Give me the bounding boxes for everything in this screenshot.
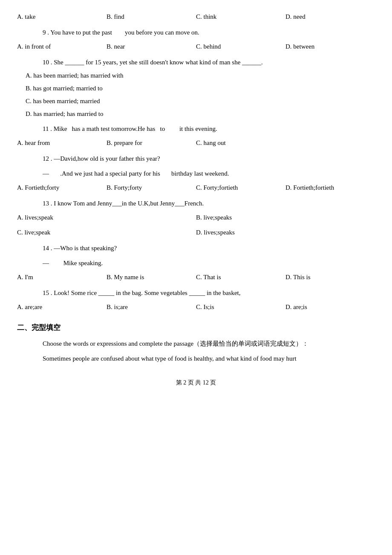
q9-option-c: C. behind [196,40,285,53]
q10-text: 10 . She ______ for 15 years, yet she st… [43,57,375,68]
q9-option-d: D. between [285,40,375,53]
page-number: 第 2 页 共 12 页 [176,379,216,386]
q9-option-b: B. near [107,40,196,53]
q13-option-d: D. lives;speaks [196,226,375,239]
page-footer: 第 2 页 共 12 页 [17,377,375,388]
q8-option-d: D. need [285,10,375,23]
q8-option-a: A. take [17,10,107,23]
q12-options-row: A. Fortieth;forty B. Forty;forty C. Fort… [17,181,375,194]
q15-options-row: A. are;are B. is;are C. Is;is D. are;is [17,301,375,314]
q8-options-row: A. take B. find C. think D. need [17,10,375,23]
q10-option-d: D. has married; has married to [17,108,375,120]
q11-option-a: A. hear from [17,136,107,150]
q11-options-row: A. hear from B. prepare for C. hang out [17,136,375,150]
q11-option-c: C. hang out [196,136,285,150]
q15-option-a: A. are;are [17,301,107,314]
q14-option-c: C. That is [196,271,285,284]
q11-text: 11 . Mike has a math test tomorrow.He ha… [43,123,375,135]
q14-options-row: A. I'm B. My name is C. That is D. This … [17,271,375,284]
q13-options-row-2: C. live;speak D. lives;speaks [17,226,375,239]
q14-option-a: A. I'm [17,271,107,284]
q8-option-b: B. find [107,10,196,23]
q14-option-d: D. This is [285,271,375,284]
q15-option-c: C. Is;is [196,301,285,314]
q13-options-row-1: A. lives;speak B. live;speaks [17,211,375,224]
section2-instruction: Choose the words or expressions and comp… [43,338,375,350]
q8-option-c: C. think [196,10,285,23]
q13-option-b: B. live;speaks [196,211,375,224]
q13-option-a: A. lives;speak [17,211,196,224]
q14-text: 14 . —Who is that speaking? [43,243,375,254]
q12-option-d: D. Fortieth;fortieth [285,181,375,194]
q10-option-c: C. has been married; married [17,95,375,107]
q15-text: 15 . Look! Some rice _____ in the bag. S… [43,287,375,299]
q10-option-a: A. has been married; has married with [17,70,375,81]
q12-option-b: B. Forty;forty [107,181,196,194]
q9-text: 9 . You have to put the past you before … [43,27,375,38]
q10-option-b: B. has got married; married to [17,83,375,94]
q12-option-a: A. Fortieth;forty [17,181,107,194]
q12-option-c: C. Forty;fortieth [196,181,285,194]
q9-options-row: A. in front of B. near C. behind D. betw… [17,40,375,53]
q9-option-a: A. in front of [17,40,107,53]
q13-option-c: C. live;speak [17,226,196,239]
q14-option-b: B. My name is [107,271,196,284]
q11-option-placeholder [285,136,375,150]
q15-option-b: B. is;are [107,301,196,314]
section2-passage-start: Sometimes people are confused about what… [43,353,375,364]
q12-text: 12 . —David,how old is your father this … [43,153,375,165]
section2-title: 二、完型填空 [17,321,375,335]
q15-option-d: D. are;is [285,301,375,314]
q12-cont: — .And we just had a special party for h… [43,168,375,179]
q13-text: 13 . I know Tom and Jenny___in the U.K,b… [43,198,375,209]
q11-option-b: B. prepare for [107,136,196,150]
q14-cont: — Mike speaking. [43,257,375,269]
